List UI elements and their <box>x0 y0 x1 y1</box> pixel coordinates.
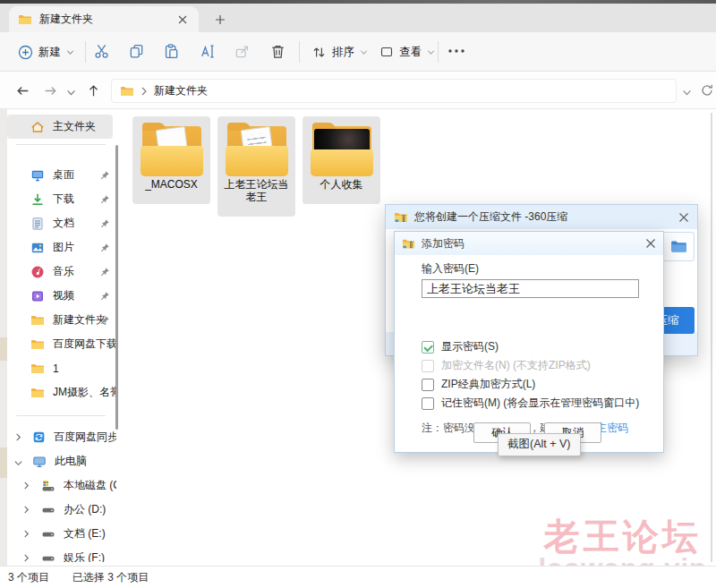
folder-icon <box>30 386 45 400</box>
folder-tile-laowang[interactable]: 上老王论坛当老王 <box>217 116 295 217</box>
sidebar-scrollbar[interactable] <box>115 145 118 430</box>
toolbar-separator <box>85 41 86 63</box>
chevron-right-icon[interactable] <box>22 481 30 490</box>
folder-tile-label: _MACOSX <box>132 176 210 191</box>
this-pc-icon <box>32 455 47 469</box>
option-zip-classic[interactable]: ZIP经典加密方式(L) <box>422 375 663 394</box>
chevron-down-icon <box>427 48 435 56</box>
forward-icon[interactable] <box>43 83 58 98</box>
copy-icon[interactable] <box>128 43 145 60</box>
folder-large-icon <box>225 123 289 176</box>
chevron-down-icon[interactable] <box>14 459 22 467</box>
chevron-right-icon[interactable] <box>14 433 22 441</box>
sidebar-item-drive-f[interactable]: 娱乐 (F:) <box>7 546 116 562</box>
new-tab-button[interactable] <box>211 11 229 29</box>
password-label: 输入密码(E) <box>422 261 663 277</box>
password-dialog: 添加密码 输入密码(E) 显示密码(S) 加密文件名(N) (不支持ZIP格式)… <box>394 231 664 453</box>
desktop-artifact <box>0 337 7 361</box>
sidebar-item-baidu-download[interactable]: 百度网盘下载 <box>7 332 116 356</box>
option-show-password[interactable]: 显示密码(S) <box>422 337 663 356</box>
sidebar-item-home[interactable]: 主文件夹 <box>7 115 113 139</box>
content-scrollbar[interactable] <box>711 113 712 562</box>
music-icon <box>30 265 45 279</box>
plus-circle-icon <box>18 45 33 60</box>
chevron-right-icon[interactable] <box>22 506 30 514</box>
checkbox-unchecked[interactable] <box>422 397 434 410</box>
drive-icon <box>41 551 55 563</box>
downloads-icon <box>30 192 45 207</box>
up-icon[interactable] <box>86 83 101 98</box>
toolbar-separator <box>438 41 439 63</box>
file-explorer-window: 新建文件夹 新建 排序 查看 <box>0 0 716 588</box>
sidebar-item-downloads[interactable]: 下载 <box>7 187 116 211</box>
chevron-down-icon <box>360 48 368 56</box>
address-dropdown-icon[interactable] <box>682 88 692 98</box>
sidebar-item-videos[interactable]: 视频 <box>7 284 116 308</box>
drive-icon <box>41 527 55 541</box>
sidebar-item-music[interactable]: 音乐 <box>7 260 116 284</box>
sidebar-item-1[interactable]: 1 <box>7 356 116 380</box>
chevron-right-icon[interactable] <box>22 554 30 562</box>
documents-icon <box>30 217 45 231</box>
zip-folder-icon <box>402 237 415 251</box>
sort-arrows-icon <box>311 45 327 60</box>
pin-icon <box>99 170 110 181</box>
baidu-sync-icon <box>32 430 46 444</box>
option-remember-password[interactable]: 记住密码(M) (将会显示在管理密码窗口中) <box>422 394 663 413</box>
sidebar-item-drive-c[interactable]: 本地磁盘 (C:) <box>7 473 116 498</box>
refresh-icon[interactable] <box>700 83 714 98</box>
drive-c-icon <box>41 479 55 493</box>
more-options-icon[interactable] <box>448 48 465 54</box>
sidebar-item-pictures[interactable]: 图片 <box>7 235 116 260</box>
folder-large-icon <box>140 123 204 176</box>
checkbox-checked[interactable] <box>422 341 434 354</box>
zip-folder-icon <box>394 210 408 225</box>
folder-tile-macosx[interactable]: _MACOSX <box>132 116 210 204</box>
checkbox-unchecked[interactable] <box>422 379 434 391</box>
sidebar-item-documents[interactable]: 文档 <box>7 211 116 235</box>
delete-icon[interactable] <box>269 43 286 60</box>
view-button[interactable]: 查看 <box>376 40 439 64</box>
password-dialog-titlebar: 添加密码 <box>395 232 663 255</box>
browse-folder-button[interactable] <box>662 232 695 261</box>
view-label: 查看 <box>399 45 422 60</box>
status-item-count: 3 个项目 <box>8 570 49 585</box>
sidebar-item-baidu-sync[interactable]: 百度网盘同步空 <box>7 425 116 449</box>
folder-tile-collection[interactable]: 个人收集 <box>303 116 380 204</box>
pin-icon <box>99 194 110 205</box>
toolbar-separator <box>299 41 300 63</box>
sidebar-item-jm[interactable]: JM摄影、名誉伟 <box>7 380 116 405</box>
sidebar-item-drive-d[interactable]: 办公 (D:) <box>7 498 116 522</box>
compress-dialog-close-icon[interactable] <box>678 212 689 223</box>
password-options: 显示密码(S) 加密文件名(N) (不支持ZIP格式) ZIP经典加密方式(L)… <box>422 337 663 413</box>
option-encrypt-filenames: 加密文件名(N) (不支持ZIP格式) <box>422 356 663 375</box>
recent-locations-icon[interactable] <box>66 88 76 98</box>
cut-icon[interactable] <box>93 43 110 60</box>
sidebar-divider <box>16 144 106 145</box>
sidebar-item-new-folder[interactable]: 新建文件夹 <box>7 308 116 332</box>
watermark-line1: 老王论坛 <box>539 517 707 555</box>
folder-tile-label: 上老王论坛当老王 <box>217 176 295 203</box>
checkbox-disabled <box>422 360 434 372</box>
share-icon[interactable] <box>234 43 251 60</box>
screenshot-tooltip: 截图(Alt + V) <box>498 433 581 456</box>
breadcrumb[interactable]: 新建文件夹 <box>111 79 677 103</box>
paste-icon[interactable] <box>163 43 180 60</box>
sidebar-item-drive-e[interactable]: 文档 (E:) <box>7 522 116 546</box>
breadcrumb-path: 新建文件夹 <box>154 83 208 98</box>
status-selected-count: 已选择 3 个项目 <box>72 570 149 585</box>
sort-button[interactable]: 排序 <box>308 40 371 64</box>
rename-icon[interactable] <box>199 43 216 60</box>
new-button[interactable]: 新建 <box>13 40 80 64</box>
tab-new-folder[interactable]: 新建文件夹 <box>9 6 199 32</box>
back-icon[interactable] <box>15 83 30 98</box>
tab-close-icon[interactable] <box>175 13 190 27</box>
password-input[interactable] <box>422 279 639 298</box>
chevron-right-icon[interactable] <box>22 530 30 538</box>
sidebar-item-this-pc[interactable]: 此电脑 <box>7 449 116 473</box>
tab-bar: 新建文件夹 <box>0 4 716 32</box>
password-dialog-close-icon[interactable] <box>645 238 656 249</box>
sidebar-item-desktop[interactable]: 桌面 <box>7 163 116 187</box>
compress-dialog-title: 您将创建一个压缩文件 -360压缩 <box>414 209 567 225</box>
folder-large-icon <box>310 123 374 176</box>
